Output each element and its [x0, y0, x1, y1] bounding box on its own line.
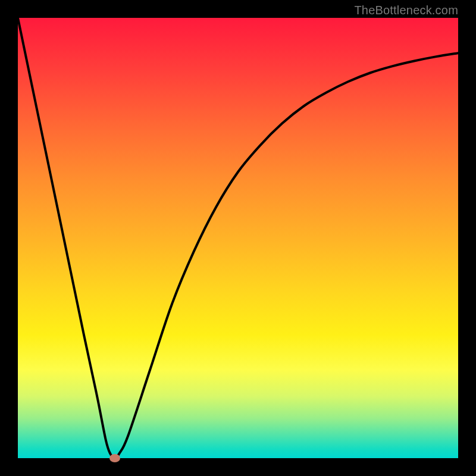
bottleneck-curve — [18, 18, 458, 458]
watermark-text: TheBottleneck.com — [354, 4, 458, 17]
curve-path — [18, 18, 458, 458]
chart-frame: TheBottleneck.com — [0, 0, 476, 476]
plot-area — [18, 18, 458, 458]
optimal-point-marker — [109, 454, 120, 462]
